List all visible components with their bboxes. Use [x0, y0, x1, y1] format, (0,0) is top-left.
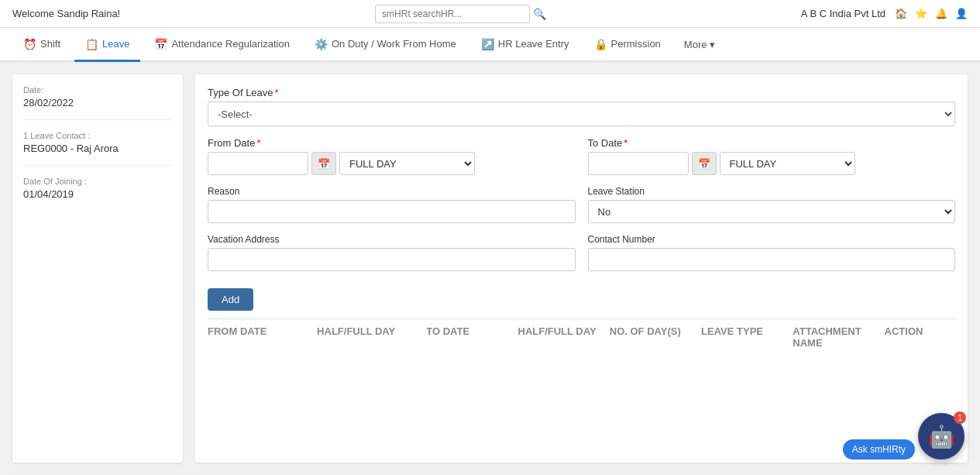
leave-station-select[interactable]: No Yes	[588, 200, 956, 223]
left-panel: Date: 28/02/2022 1 Leave Contact : REG00…	[12, 74, 183, 463]
to-date-label: To Date*	[588, 137, 956, 149]
reason-row: Reason Leave Station No Yes	[208, 186, 955, 223]
nav-item-attendance[interactable]: 📅 Attendance Regularization	[143, 29, 301, 62]
search-button[interactable]: 🔍	[533, 8, 546, 20]
to-date-calendar-icon[interactable]: 📅	[692, 152, 717, 175]
type-of-leave-group: Type Of Leave* -Select-	[208, 87, 955, 126]
vacation-address-input[interactable]	[208, 248, 576, 271]
type-of-leave-row: Type Of Leave* -Select-	[208, 87, 955, 126]
topbar-icons: 🏠 ⭐ 🔔 👤	[895, 8, 968, 19]
topbar: Welcome Sandip Raina! 🔍 A B C India Pvt …	[0, 0, 980, 28]
ask-smhrt-button[interactable]: Ask smHIRty	[843, 439, 915, 460]
nav-leave-label: Leave	[102, 38, 129, 50]
date-label: Date:	[23, 85, 172, 95]
search-area: 🔍	[375, 5, 546, 23]
leave-contact-block: 1 Leave Contact : REG0000 - Raj Arora	[23, 131, 172, 166]
company-name: A B C India Pvt Ltd	[801, 8, 885, 19]
from-date-calendar-icon[interactable]: 📅	[311, 152, 336, 175]
bell-icon[interactable]: 🔔	[935, 8, 947, 19]
nav-permission-label: Permission	[611, 38, 661, 50]
navbar: ⏰ Shift 📋 Leave 📅 Attendance Regularizat…	[0, 28, 980, 62]
nav-item-onduty[interactable]: ⚙️ On Duty / Work From Home	[304, 29, 467, 62]
reason-label: Reason	[208, 186, 576, 197]
joining-value: 01/04/2019	[23, 188, 172, 200]
th-from-date: FROM DATE	[208, 325, 314, 349]
to-date-input-group: 📅 FULL DAY HALF DAY - MORNING HALF DAY -…	[588, 152, 956, 175]
home-icon[interactable]: 🏠	[895, 8, 907, 19]
vacation-row: Vacation Address Contact Number	[208, 234, 955, 271]
date-block: Date: 28/02/2022	[23, 85, 172, 120]
from-date-group: From Date* 📅 FULL DAY HALF DAY - MORNING…	[208, 137, 576, 175]
welcome-text: Welcome Sandip Raina!	[12, 8, 120, 19]
type-of-leave-select[interactable]: -Select-	[208, 102, 955, 126]
chat-widget[interactable]: 🤖 1	[918, 413, 965, 460]
star-icon[interactable]: ⭐	[915, 8, 927, 19]
joining-block: Date Of Joining : 01/04/2019	[23, 177, 172, 211]
th-half-full-from: HALF/FULL DAY	[317, 325, 423, 349]
th-attachment: ATTACHMENT NAME	[793, 325, 881, 349]
leave-station-group: Leave Station No Yes	[588, 186, 956, 223]
leave-icon: 📋	[85, 38, 98, 50]
th-half-full-to: HALF/FULL DAY	[518, 325, 607, 349]
to-date-group: To Date* 📅 FULL DAY HALF DAY - MORNING H…	[588, 137, 956, 175]
reason-group: Reason	[208, 186, 576, 223]
from-date-label: From Date*	[208, 137, 576, 149]
nav-item-leave[interactable]: 📋 Leave	[74, 29, 140, 62]
robot-icon: 🤖	[928, 424, 955, 449]
th-action: ACTION	[885, 325, 955, 349]
shift-icon: ⏰	[23, 38, 36, 50]
reason-input[interactable]	[208, 200, 576, 223]
chat-notification-badge: 1	[954, 411, 966, 424]
th-to-date: TO DATE	[426, 325, 514, 349]
joining-label: Date Of Joining :	[23, 177, 172, 186]
leave-station-label: Leave Station	[588, 186, 956, 197]
from-date-input-group: 📅 FULL DAY HALF DAY - MORNING HALF DAY -…	[208, 152, 576, 175]
permission-icon: 🔒	[594, 38, 607, 50]
nav-hrleave-label: HR Leave Entry	[498, 38, 569, 50]
nav-onduty-label: On Duty / Work From Home	[332, 38, 456, 50]
nav-more[interactable]: More ▾	[678, 29, 721, 60]
nav-attendance-label: Attendance Regularization	[171, 38, 290, 50]
contact-number-group: Contact Number	[588, 234, 956, 271]
right-panel: Type Of Leave* -Select- From Date* 📅 FUL…	[195, 74, 968, 463]
contact-number-label: Contact Number	[588, 234, 956, 245]
user-icon[interactable]: 👤	[955, 8, 968, 19]
attendance-icon: 📅	[154, 38, 167, 50]
nav-shift-label: Shift	[40, 38, 60, 50]
leave-table-header: FROM DATE HALF/FULL DAY TO DATE HALF/FUL…	[208, 318, 955, 355]
search-input[interactable]	[375, 5, 530, 23]
date-row: From Date* 📅 FULL DAY HALF DAY - MORNING…	[208, 137, 955, 175]
hrleave-icon: ↗️	[481, 38, 494, 50]
nav-item-hrleave[interactable]: ↗️ HR Leave Entry	[470, 29, 580, 62]
to-date-input[interactable]	[588, 152, 689, 175]
nav-item-permission[interactable]: 🔒 Permission	[583, 29, 672, 62]
topbar-right: A B C India Pvt Ltd 🏠 ⭐ 🔔 👤	[801, 8, 968, 19]
main-content: Date: 28/02/2022 1 Leave Contact : REG00…	[0, 62, 980, 475]
type-of-leave-label: Type Of Leave*	[208, 87, 955, 98]
onduty-icon: ⚙️	[315, 38, 328, 50]
from-date-fullday-select[interactable]: FULL DAY HALF DAY - MORNING HALF DAY - E…	[339, 152, 475, 175]
add-button[interactable]: Add	[208, 288, 253, 311]
nav-item-shift[interactable]: ⏰ Shift	[12, 29, 71, 62]
contact-number-input[interactable]	[588, 248, 956, 271]
th-no-days: NO. OF DAY(S)	[610, 325, 698, 349]
date-value: 28/02/2022	[23, 97, 172, 108]
from-date-input[interactable]	[208, 152, 308, 175]
to-date-fullday-select[interactable]: FULL DAY HALF DAY - MORNING HALF DAY - E…	[720, 152, 855, 175]
vacation-address-group: Vacation Address	[208, 234, 576, 271]
leave-contact-label: 1 Leave Contact :	[23, 131, 172, 140]
th-leave-type: LEAVE TYPE	[701, 325, 789, 349]
vacation-address-label: Vacation Address	[208, 234, 576, 245]
leave-contact-value: REG0000 - Raj Arora	[23, 143, 172, 154]
